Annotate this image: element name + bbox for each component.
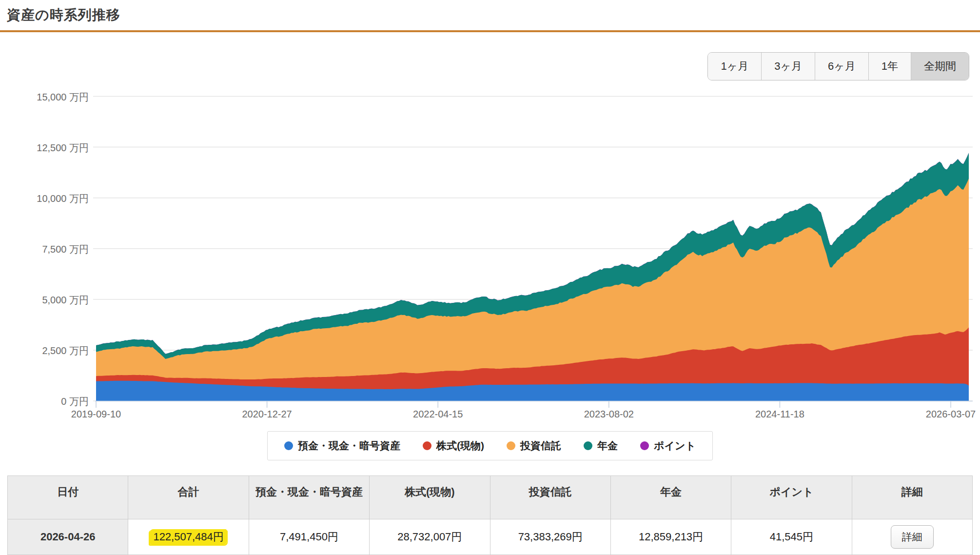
y-axis-label: 0 万円: [15, 395, 89, 408]
asset-history-page: 資産の時系列推移 1ヶ月 3ヶ月 6ヶ月 1年 全期間 0 万円2,500 万円…: [0, 0, 980, 555]
y-axis-label: 15,000 万円: [15, 91, 89, 104]
header-total: 合計: [128, 476, 249, 519]
legend-label: 株式(現物): [436, 439, 484, 453]
legend-label: ポイント: [654, 439, 696, 453]
legend-item-stocks[interactable]: 株式(現物): [423, 439, 484, 453]
points-dot-icon: [640, 441, 649, 450]
y-axis-label: 12,500 万円: [15, 141, 89, 155]
legend-item-funds[interactable]: 投資信託: [507, 439, 561, 453]
legend-label: 投資信託: [520, 439, 561, 453]
cell-pension: 12,859,213円: [610, 519, 731, 555]
table-header-row: 日付 合計 預金・現金・暗号資産 株式(現物) 投資信託 年金 ポイント 詳細: [8, 476, 973, 519]
header-stocks: 株式(現物): [370, 476, 490, 519]
funds-dot-icon: [507, 441, 515, 450]
x-axis-label: 2026-03-07: [897, 409, 980, 420]
chart-legend: 預金・現金・暗号資産 株式(現物) 投資信託 年金 ポイント: [0, 431, 980, 460]
deposits-dot-icon: [284, 441, 293, 450]
header-points: ポイント: [731, 476, 852, 519]
x-axis-label: 2019-09-10: [42, 409, 150, 420]
stocks-dot-icon: [423, 441, 431, 450]
y-axis-label: 5,000 万円: [15, 294, 89, 307]
cell-funds: 73,383,269円: [490, 519, 610, 555]
cell-date: 2026-04-26: [8, 519, 128, 555]
legend-label: 年金: [597, 439, 618, 453]
x-axis-label: 2020-12-27: [214, 409, 321, 420]
y-axis-label: 2,500 万円: [15, 344, 89, 357]
legend-item-deposits[interactable]: 預金・現金・暗号資産: [284, 439, 400, 453]
header-detail: 詳細: [852, 476, 972, 519]
header-date: 日付: [8, 476, 128, 519]
header-pension: 年金: [610, 476, 731, 519]
legend-label: 預金・現金・暗号資産: [298, 439, 400, 453]
cell-detail: 詳細: [852, 519, 972, 555]
detail-button[interactable]: 詳細: [891, 525, 934, 549]
x-axis-label: 2023-08-02: [555, 409, 663, 420]
legend-item-pension[interactable]: 年金: [584, 439, 618, 453]
cell-deposits: 7,491,450円: [249, 519, 369, 555]
y-axis-label: 7,500 万円: [15, 243, 89, 256]
chart-canvas: [0, 0, 980, 429]
header-funds: 投資信託: [490, 476, 610, 519]
cell-points: 41,545円: [731, 519, 852, 555]
pension-dot-icon: [584, 441, 592, 450]
x-axis-label: 2022-04-15: [384, 409, 491, 420]
legend-box: 預金・現金・暗号資産 株式(現物) 投資信託 年金 ポイント: [267, 431, 713, 460]
table-row: 2026-04-26 122,507,484円 7,491,450円 28,73…: [8, 519, 973, 555]
cell-stocks: 28,732,007円: [370, 519, 490, 555]
cell-total: 122,507,484円: [128, 519, 249, 555]
total-highlight: 122,507,484円: [150, 529, 226, 545]
header-deposits: 預金・現金・暗号資産: [249, 476, 369, 519]
asset-summary-table: 日付 合計 預金・現金・暗号資産 株式(現物) 投資信託 年金 ポイント 詳細 …: [7, 476, 973, 555]
legend-item-points[interactable]: ポイント: [640, 439, 696, 453]
y-axis-label: 10,000 万円: [15, 192, 89, 205]
x-axis-label: 2024-11-18: [726, 409, 833, 420]
asset-area-chart: 0 万円2,500 万円5,000 万円7,500 万円10,000 万円12,…: [0, 0, 980, 429]
